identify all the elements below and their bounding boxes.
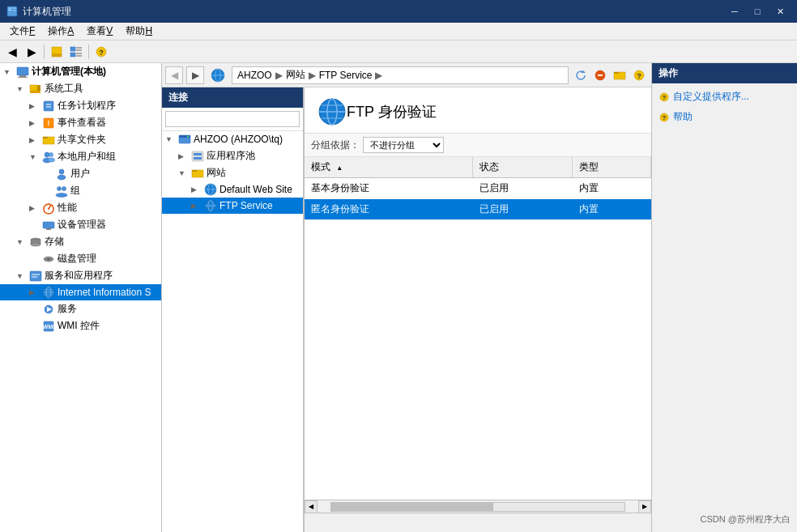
tree-item-services[interactable]: 服务 [0,300,161,317]
help-addr-button[interactable]: ? [630,66,648,84]
tree-item-wmi[interactable]: WMI WMI 控件 [0,317,161,334]
svg-text:WMI: WMI [43,324,54,330]
help-addr-icon: ? [633,69,646,82]
tree-item-eventviewer[interactable]: ▶ ! 事件查看器 [0,114,161,131]
tree-item-system[interactable]: ▼ 系统工具 [0,80,161,97]
expander-event: ▶ [29,119,42,127]
system-tools-icon [29,83,42,96]
svg-rect-47 [30,271,41,281]
group-bar: 分组依据： 不进行分组 按状态分组 按类型分组 [305,134,651,157]
svg-point-71 [187,136,189,138]
scrollbar-thumb [331,503,493,511]
toolbar-up-button[interactable] [48,43,66,61]
svg-rect-7 [70,47,75,51]
svg-rect-66 [614,72,619,74]
tree-label-root: 计算机管理(本地) [32,65,106,79]
tree-item-groups[interactable]: 组 [0,182,161,199]
tree-label-task: 任务计划程序 [58,99,116,113]
close-button[interactable]: ✕ [769,3,791,19]
expander-ftp: ▶ [191,202,204,210]
table-row[interactable]: 匿名身份验证 已启用 内置 [305,199,651,220]
toolbar-view-button[interactable] [67,43,85,61]
col-mode[interactable]: 模式 ▲ [305,157,473,178]
scroll-right-button[interactable]: ▶ [638,500,651,513]
address-icons: ? [572,66,648,84]
apppool-icon [191,150,204,163]
left-panel: ▼ 计算机管理(本地) ▼ 系统工具 ▶ [0,63,162,532]
svg-rect-9 [76,49,82,51]
h-scrollbar[interactable] [330,502,625,512]
tree-label-services: 服务 [58,302,77,316]
menu-help[interactable]: 帮助H [119,23,159,40]
conn-label-ahzoo: AHZOO (AHZOO\tq) [194,134,283,145]
nav-back-button[interactable]: ◀ [165,66,183,84]
tree-label-devmgr: 设备管理器 [58,218,106,232]
tree-item-iis[interactable]: ▶ Internet Information S [0,284,161,300]
folder-button[interactable] [611,66,629,84]
svg-point-44 [31,243,40,246]
nav-forward-button[interactable]: ▶ [186,66,204,84]
maximize-button[interactable]: □ [747,3,768,19]
shared-folder-icon [42,134,55,147]
conn-label-ftp: FTP Service [219,200,273,211]
refresh-button[interactable] [572,66,590,84]
stop-button[interactable] [591,66,609,84]
connection-search[interactable] [165,111,300,127]
tree-item-localusers[interactable]: ▼ 本地用户和组 [0,148,161,165]
tree-item-devmgr[interactable]: 设备管理器 [0,216,161,233]
menu-file[interactable]: 文件F [3,23,41,40]
tree-item-root[interactable]: ▼ 计算机管理(本地) [0,63,161,80]
svg-point-29 [49,152,53,156]
minimize-button[interactable]: ─ [724,3,745,19]
group-label: 分组依据： [311,138,360,152]
tree-item-users[interactable]: 用户 [0,165,161,182]
address-path[interactable]: AHZOO ▶ 网站 ▶ FTP Service ▶ [232,66,569,84]
expander-perf: ▶ [29,204,42,212]
tree-item-taskscheduler[interactable]: ▶ 任务计划程序 [0,97,161,114]
group-select[interactable]: 不进行分组 按状态分组 按类型分组 [363,137,444,153]
conn-item-ahzoo[interactable]: ▼ AHZOO (AHZOO\tq) [162,131,303,147]
cell-mode-2: 匿名身份验证 [305,199,473,220]
svg-point-35 [62,186,66,190]
action-help[interactable]: ? 帮助 [652,107,797,127]
cell-type-2: 内置 [573,199,651,220]
toolbar-forward-button[interactable]: ▶ [23,43,40,61]
toolbar: ◀ ▶ ? [0,40,797,63]
conn-item-ftp[interactable]: ▶ FTP Service [162,198,303,214]
menu-action[interactable]: 操作A [41,23,80,40]
col-status[interactable]: 状态 [473,157,573,178]
content-globe-icon [318,97,347,126]
col-mode-label: 模式 [311,161,330,172]
conn-item-sites[interactable]: ▼ 网站 [162,164,303,181]
expander-storage: ▼ [16,238,29,246]
cell-status-1: 已启用 [473,178,573,199]
menu-view[interactable]: 查看V [80,23,119,40]
svg-point-39 [48,208,49,210]
tree-label-disk: 磁盘管理 [58,252,96,266]
toolbar-separator-2 [88,45,89,59]
table-row[interactable]: 基本身份验证 已启用 内置 [305,178,651,199]
conn-label-sites: 网站 [207,166,226,180]
computer-icon [16,66,29,79]
svg-rect-11 [76,53,82,54]
toolbar-back-button[interactable]: ◀ [3,43,21,61]
toolbar-help-button[interactable]: ? [92,43,110,61]
tree-item-performance[interactable]: ▶ 性能 [0,199,161,216]
tree-item-storage[interactable]: ▼ 存储 [0,233,161,250]
tree-item-shared[interactable]: ▶ 共享文件夹 [0,131,161,148]
view-icon [70,45,83,58]
conn-item-apppool[interactable]: ▶ 应用程序池 [162,147,303,164]
scroll-left-button[interactable]: ◀ [305,500,318,513]
tree-item-services-apps[interactable]: ▼ 服务和应用程序 [0,267,161,284]
performance-icon [42,202,55,215]
services-icon [42,303,55,316]
tree-label-iis: Internet Information S [58,287,151,298]
conn-item-defaultweb[interactable]: ▶ Default Web Site [162,181,303,198]
col-type[interactable]: 类型 [573,157,651,178]
path-sep-1: ▶ [275,70,283,81]
tree-item-disk[interactable]: 磁盘管理 [0,250,161,267]
action-customize-label: 自定义提供程序... [673,90,749,104]
help-icon: ? [95,45,108,58]
action-customize[interactable]: ? 自定义提供程序... [652,87,797,107]
svg-rect-27 [43,137,48,138]
